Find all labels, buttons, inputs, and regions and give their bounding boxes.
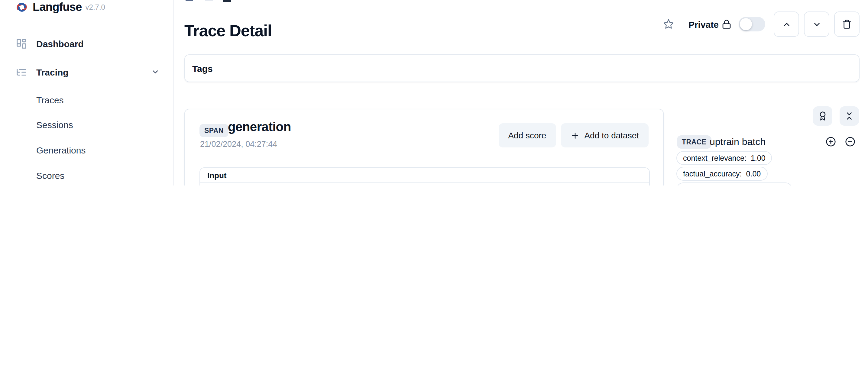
observation-actions: Add score Add to dataset — [498, 123, 649, 148]
scores-award-button[interactable] — [813, 106, 832, 126]
sidebar-item-scores[interactable]: Scores — [36, 167, 64, 183]
cutoff-element — [205, 0, 213, 1]
score-pill-factual-accuracy: factual_accuracy: 0.00 — [676, 167, 767, 181]
star-icon[interactable] — [663, 19, 674, 30]
input-json: { context:"Stress is the body's response… — [200, 183, 649, 185]
award-icon — [818, 111, 828, 121]
langfuse-app: Langfuse v2.7.0 Dashboard Tracing Traces… — [0, 0, 868, 185]
collapse-tree-button[interactable] — [840, 106, 859, 126]
add-to-dataset-button[interactable]: Add to dataset — [561, 123, 649, 148]
sidebar-item-tracing[interactable]: Tracing — [16, 63, 69, 81]
observation-timestamp: 21/02/2024, 04:27:44 — [200, 140, 277, 149]
sidebar-item-dashboard[interactable]: Dashboard — [16, 34, 84, 53]
tags-card: Tags — [184, 54, 860, 82]
chevrons-down-up-icon — [844, 111, 854, 121]
sidebar-item-generations[interactable]: Generations — [36, 142, 86, 158]
score-value: 0.00 — [746, 169, 761, 178]
sidebar-item-label: Tracing — [36, 67, 69, 77]
delete-trace-button[interactable] — [834, 11, 860, 37]
plus-icon — [570, 131, 579, 140]
privacy-toggle[interactable] — [739, 17, 765, 31]
brand-logo[interactable]: Langfuse v2.7.0 — [16, 0, 105, 14]
input-title: Input — [207, 171, 227, 180]
tags-title: Tags — [192, 63, 213, 73]
prev-observation-button[interactable] — [774, 11, 799, 37]
add-score-label: Add score — [508, 130, 546, 140]
tracing-tree-icon — [16, 66, 27, 78]
sidebar-item-traces[interactable]: Traces — [36, 92, 64, 107]
sidebar-item-label: Sessions — [36, 119, 73, 130]
sidebar-item-label: Dashboard — [36, 38, 84, 49]
score-name: factual_accuracy: — [683, 169, 742, 178]
collapse-all-icon[interactable] — [845, 136, 855, 147]
trace-name[interactable]: uptrain batch — [710, 136, 766, 148]
brand-name: Langfuse — [33, 0, 82, 13]
sidebar: Langfuse v2.7.0 Dashboard Tracing Traces… — [0, 0, 174, 185]
expand-all-icon[interactable] — [826, 136, 836, 147]
sidebar-item-sessions[interactable]: Sessions — [36, 117, 73, 132]
score-name: context_relevance: — [683, 154, 746, 162]
score-value: 1.00 — [751, 154, 766, 162]
header-controls: Private — [663, 12, 860, 36]
page-title: Trace Detail — [184, 21, 272, 41]
cutoff-element — [186, 0, 193, 1]
score-pill-response-completeness: response_completeness: 0.00 — [676, 183, 793, 185]
chevron-down-icon[interactable] — [151, 68, 160, 76]
trace-type-badge: TRACE — [677, 135, 711, 149]
observation-type-badge: SPAN — [199, 124, 228, 137]
add-to-dataset-label: Add to dataset — [584, 130, 639, 140]
add-score-button[interactable]: Add score — [498, 123, 556, 148]
cutoff-element — [223, 0, 231, 2]
dashboard-icon — [16, 38, 27, 49]
next-observation-button[interactable] — [804, 11, 829, 37]
input-header: Input — [200, 168, 649, 183]
observation-card: SPAN generation 21/02/2024, 04:27:44 Add… — [184, 109, 664, 185]
score-pill-context-relevance: context_relevance: 1.00 — [676, 151, 772, 165]
privacy-label: Private — [688, 19, 719, 29]
brand-version: v2.7.0 — [86, 3, 105, 11]
langfuse-knot-icon — [16, 1, 28, 13]
lock-icon — [722, 19, 732, 29]
toggle-knob — [740, 18, 752, 30]
sidebar-item-label: Scores — [36, 170, 64, 180]
sidebar-item-label: Generations — [36, 145, 86, 155]
sidebar-item-label: Traces — [36, 95, 64, 105]
observation-name: generation — [228, 120, 291, 134]
input-box: Input { context:"Stress is the body's re… — [199, 167, 650, 185]
